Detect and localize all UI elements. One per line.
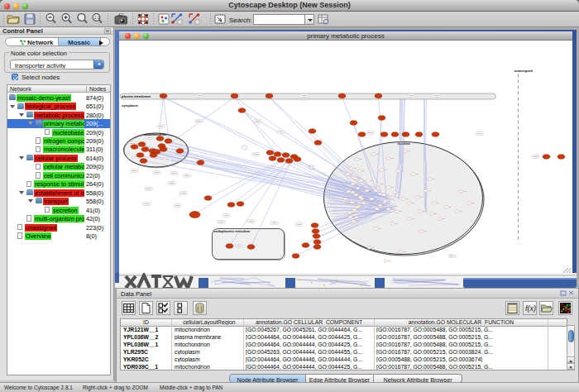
svg-text:mitochondrion: mitochondrion <box>144 132 168 136</box>
svg-text:cytoplasm: cytoplasm <box>122 103 138 108</box>
svg-text:f(x): f(x) <box>525 304 536 313</box>
svg-text:endoplasmic reticulum: endoplasmic reticulum <box>214 229 251 233</box>
svg-text:unassigned: unassigned <box>514 69 534 73</box>
svg-text:1:1: 1:1 <box>94 16 100 20</box>
svg-text:plasma membrane: plasma membrane <box>122 94 151 98</box>
